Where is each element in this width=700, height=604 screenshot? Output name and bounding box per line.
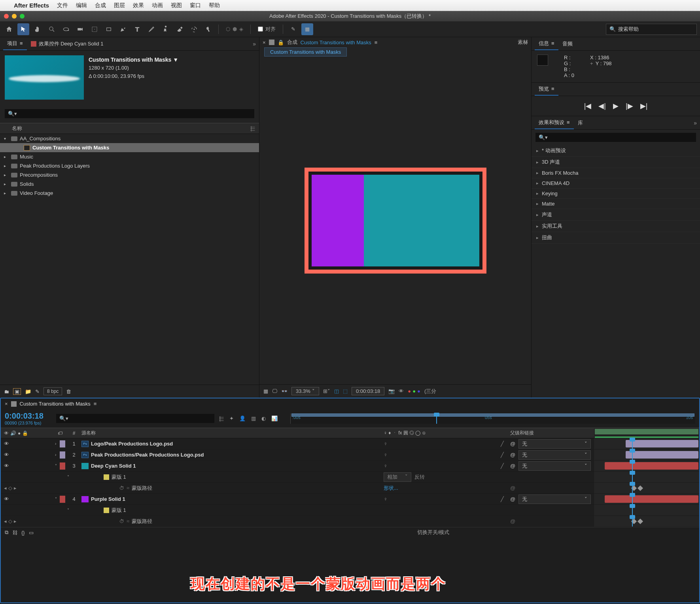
- pen-tool-icon[interactable]: [117, 23, 129, 35]
- layer-row[interactable]: 👁›2PsPeak Productions/Peak Productions L…: [1, 449, 699, 461]
- interpret-icon[interactable]: 🖿: [4, 389, 9, 394]
- adjust-icon[interactable]: ✎: [35, 389, 40, 394]
- expression-icon[interactable]: ≈: [127, 518, 129, 524]
- roto-tool-icon[interactable]: [188, 23, 200, 35]
- toggle-in-out-icon[interactable]: {}: [21, 530, 25, 536]
- layer-bar[interactable]: [626, 451, 698, 459]
- layer-row[interactable]: ˅蒙版 1: [1, 505, 699, 516]
- menu-anim[interactable]: 动画: [152, 2, 163, 9]
- mask-mode-dropdown[interactable]: 相加 ˅: [384, 472, 411, 482]
- prev-kf-icon[interactable]: ◂: [4, 485, 7, 491]
- eye-header-icon[interactable]: 👁: [4, 430, 9, 436]
- pickwhip-icon[interactable]: @: [510, 441, 515, 447]
- menu-effect[interactable]: 效果: [133, 2, 144, 9]
- audio-header-icon[interactable]: 🔊: [10, 430, 16, 436]
- channels-icon[interactable]: ●●●: [408, 388, 420, 394]
- layer-track[interactable]: [594, 505, 699, 515]
- zoom-button[interactable]: [20, 14, 25, 19]
- tree-row[interactable]: ▾AA_Compositions: [0, 134, 259, 143]
- layer-row[interactable]: ˅蒙版 1相加 ˅反转: [1, 472, 699, 483]
- tree-row[interactable]: ▸Solids: [0, 179, 259, 189]
- frame-blend-icon[interactable]: ▥: [251, 415, 256, 422]
- project-tab[interactable]: 项目≡: [3, 38, 27, 50]
- layer-row[interactable]: ◂◇▸⏱≈蒙版路径@: [1, 516, 699, 527]
- twirl-icon[interactable]: ›: [55, 453, 60, 457]
- layer-bar[interactable]: [626, 440, 698, 447]
- parent-header[interactable]: 父级和链接: [510, 430, 534, 436]
- search-help-input[interactable]: 🔍 搜索帮助: [606, 24, 697, 35]
- guides-icon[interactable]: 🖵: [272, 388, 277, 394]
- layer-bar[interactable]: [605, 462, 698, 470]
- next-kf-icon[interactable]: ▸: [14, 485, 17, 491]
- effects-tab[interactable]: 效果和预设 ≡: [535, 117, 574, 129]
- switch-slash[interactable]: ╱: [501, 463, 504, 469]
- layer-track[interactable]: [594, 483, 699, 493]
- tree-row[interactable]: ▸Peak Productions Logo Layers: [0, 161, 259, 170]
- close-tab-icon[interactable]: ×: [263, 40, 266, 45]
- axis-world-icon[interactable]: ⬢: [233, 26, 237, 32]
- mask-color-chip[interactable]: [104, 508, 109, 513]
- comp-flowchart-icon[interactable]: ⬱: [219, 415, 224, 422]
- project-search[interactable]: 🔍▾: [5, 109, 254, 118]
- visibility-toggle[interactable]: 👁: [4, 496, 9, 502]
- edit-tool-icon[interactable]: ✎: [287, 23, 299, 35]
- purple-solid-layer[interactable]: [312, 175, 364, 266]
- next-frame-icon[interactable]: |▶: [626, 102, 633, 110]
- layer-row[interactable]: 👁›1PsLogo/Peak Productions Logo.psd♀╱@无 …: [1, 438, 699, 449]
- layer-row[interactable]: 👁˅3Deep Cyan Solid 1♀╱@无 ˅: [1, 461, 699, 472]
- tree-row[interactable]: Custom Transitions with Masks: [0, 143, 259, 152]
- pickwhip-icon[interactable]: @: [510, 518, 515, 524]
- twirl-icon[interactable]: ˅: [55, 497, 60, 501]
- bpc-toggle[interactable]: 8 bpc: [44, 387, 62, 395]
- menu-edit[interactable]: 编辑: [76, 2, 87, 9]
- snapshot-icon[interactable]: 📷: [388, 388, 395, 394]
- comp-thumbnail[interactable]: [5, 55, 84, 100]
- toggle-render-icon[interactable]: ▭: [29, 530, 34, 536]
- visibility-toggle[interactable]: 👁: [4, 463, 9, 469]
- pickwhip-icon[interactable]: @: [510, 496, 515, 502]
- pickwhip-icon[interactable]: @: [510, 452, 515, 458]
- new-folder-icon[interactable]: 📁: [25, 389, 31, 394]
- prev-kf-icon[interactable]: ◂: [4, 518, 7, 524]
- effect-category[interactable]: ▸Boris FX Mocha: [532, 168, 700, 178]
- home-icon[interactable]: [3, 23, 15, 35]
- mask-color-chip[interactable]: [104, 474, 109, 480]
- hand-tool-icon[interactable]: [32, 23, 44, 35]
- view-mode[interactable]: (三分: [424, 388, 436, 395]
- zoom-dropdown[interactable]: 33.3%˅: [291, 387, 319, 395]
- parent-dropdown[interactable]: 无 ˅: [518, 450, 591, 460]
- layer-track[interactable]: [594, 516, 699, 527]
- label-header-icon[interactable]: 🏷: [58, 430, 62, 436]
- breadcrumb[interactable]: Custom Transitions with Masks: [264, 47, 347, 57]
- toggle-modes-icon[interactable]: ⛓: [12, 530, 17, 536]
- layer-color-tag[interactable]: [60, 440, 65, 447]
- layer-row[interactable]: 👁˅4Purple Solid 1♀╱@无 ˅: [1, 494, 699, 505]
- layer-color-tag[interactable]: [60, 462, 65, 470]
- pickwhip-icon[interactable]: @: [510, 485, 515, 491]
- menu-layer[interactable]: 图层: [114, 2, 125, 9]
- time-ruler-wrap[interactable]: :00s 05s 10s: [290, 413, 695, 424]
- comp-tab-name[interactable]: Custom Transitions with Masks: [301, 40, 371, 45]
- layer-color-tag[interactable]: [60, 496, 65, 503]
- layer-color-tag[interactable]: [60, 451, 65, 459]
- workspace-icon[interactable]: ▦: [301, 23, 313, 35]
- tree-row[interactable]: ▸Precompositions: [0, 170, 259, 179]
- library-tab[interactable]: 库: [574, 117, 587, 129]
- effect-category[interactable]: ▸Matte: [532, 199, 700, 209]
- prev-frame-icon[interactable]: ◀|: [598, 102, 606, 110]
- menu-view[interactable]: 视图: [171, 2, 182, 9]
- switches-header[interactable]: ♀ ♦ ㆍ fx 圓 ◎ ◯ ⊙: [384, 430, 426, 436]
- timeline-tab-name[interactable]: Custom Transitions with Masks: [20, 401, 91, 407]
- clone-tool-icon[interactable]: [160, 23, 172, 35]
- twirl-icon[interactable]: ˅: [67, 508, 69, 512]
- last-frame-icon[interactable]: ▶|: [640, 102, 648, 110]
- camera-tool-icon[interactable]: [74, 23, 86, 35]
- motion-blur-icon[interactable]: ◐: [261, 415, 266, 422]
- close-tab-icon[interactable]: ×: [5, 401, 8, 407]
- add-kf-icon[interactable]: ◇: [8, 518, 12, 524]
- effect-category[interactable]: ▸扭曲: [532, 232, 700, 243]
- solo-header-icon[interactable]: ●: [18, 430, 21, 436]
- tree-row[interactable]: ▸Video Footage: [0, 189, 259, 198]
- parent-dropdown[interactable]: 无 ˅: [518, 495, 591, 504]
- layer-row[interactable]: ◂◇▸⏱≈蒙版路径形状...@: [1, 483, 699, 494]
